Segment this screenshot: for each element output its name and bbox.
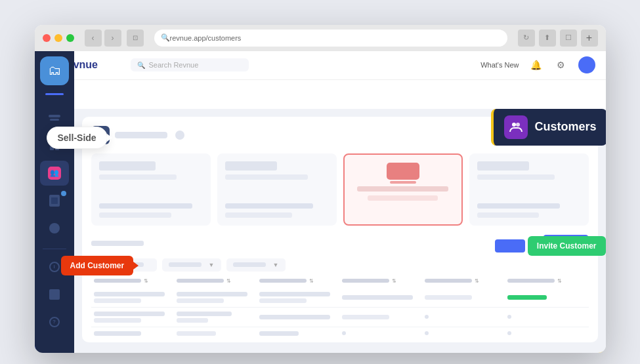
sidebar-item-help[interactable]: ? [40, 310, 69, 334]
add-customer-tooltip[interactable]: Add Customer [61, 256, 134, 275]
customers-tooltip: Customers [491, 109, 605, 146]
sidebar-item-reports[interactable] [40, 216, 69, 241]
table-header: ⇅ ⇅ ⇅ [91, 278, 589, 284]
stat-card-1 [91, 153, 211, 226]
sidebar-item-files[interactable] [40, 188, 69, 213]
user-avatar[interactable] [578, 56, 595, 73]
th-name: ⇅ [94, 278, 173, 284]
notifications-button[interactable]: 🔔 [528, 57, 544, 73]
files-badge [61, 191, 66, 196]
whats-new-button[interactable]: What's New [480, 61, 519, 69]
app-logo: r revnue [74, 58, 124, 72]
sort-icon-1: ⇅ [144, 278, 148, 284]
page-title-placeholder [115, 132, 167, 138]
sort-icon-5: ⇅ [475, 278, 479, 284]
chevron-down-icon-2: ▼ [273, 262, 279, 268]
th-col4: ⇅ [342, 278, 421, 284]
reload-button[interactable]: ↻ [518, 30, 535, 47]
header-search[interactable]: 🔍 Search Revnue [131, 58, 249, 71]
stat-card-4 [469, 153, 589, 226]
search-placeholder: Search Revnue [149, 61, 199, 69]
app-header: r revnue 🔍 Search Revnue What's New 🔔 ⚙ [74, 51, 606, 80]
tab-view-button[interactable]: ⊡ [127, 30, 144, 47]
minimize-button[interactable] [54, 34, 62, 42]
back-button[interactable]: ‹ [85, 30, 102, 47]
browser-window: ‹ › ⊡ 🔍 revnue.app/customers ↻ ⬆ ☐ + 🗂 [35, 25, 606, 353]
content-card: 🔍 ▼ ▼ [82, 117, 598, 342]
table-row[interactable] [91, 327, 589, 340]
bookmark-button[interactable]: ☐ [560, 30, 577, 47]
sidebar-divider [43, 249, 66, 249]
sidebar: 🗂 [35, 51, 74, 353]
filter-dropdown-2[interactable]: ▼ [226, 258, 286, 272]
sort-icon-2: ⇅ [226, 278, 231, 284]
nav-buttons: ‹ › [85, 30, 121, 47]
browser-actions: ↻ ⬆ ☐ + [518, 30, 598, 47]
action-label-bar [91, 241, 144, 246]
th-col2: ⇅ [177, 278, 255, 284]
table-row[interactable] [91, 288, 589, 308]
address-text: revnue.app/customers [170, 34, 242, 42]
sort-icon-4: ⇅ [392, 278, 396, 284]
th-col6: ⇅ [507, 278, 586, 284]
search-icon: 🔍 [137, 62, 145, 69]
invite-customer-tooltip[interactable]: Invite Customer [528, 236, 606, 256]
browser-titlebar: ‹ › ⊡ 🔍 revnue.app/customers ↻ ⬆ ☐ + [35, 25, 606, 51]
stat-card-2 [217, 153, 337, 226]
filter-label-bar-2 [233, 262, 266, 267]
stat-card-highlighted [343, 153, 463, 226]
customers-label: Customers [534, 120, 596, 134]
user-indicator [45, 93, 64, 95]
svg-point-2 [512, 123, 516, 127]
close-button[interactable] [43, 34, 51, 42]
header-right: What's New 🔔 ⚙ [480, 56, 595, 73]
customers-tooltip-icon [504, 115, 528, 139]
svg-point-3 [516, 123, 520, 127]
new-tab-button[interactable]: + [581, 30, 598, 47]
sidebar-item-tasks[interactable] [40, 282, 69, 307]
th-col3: ⇅ [259, 278, 338, 284]
share-button[interactable]: ⬆ [539, 30, 556, 47]
sidebar-logo: 🗂 [40, 56, 69, 85]
maximize-button[interactable] [66, 34, 74, 42]
sort-icon-6: ⇅ [557, 278, 562, 284]
chevron-down-icon-1: ▼ [209, 262, 215, 268]
sidebar-item-customers[interactable]: 👥 [40, 161, 69, 186]
th-col5: ⇅ [425, 278, 503, 284]
stats-grid [91, 153, 589, 226]
filter-row: 🔍 ▼ ▼ [91, 258, 589, 272]
data-table: ⇅ ⇅ ⇅ [91, 278, 589, 340]
sell-side-tooltip: Sell-Side [47, 127, 108, 149]
address-bar[interactable]: 🔍 revnue.app/customers [154, 30, 507, 47]
settings-button[interactable]: ⚙ [553, 57, 569, 73]
logo-text: revnue [74, 59, 98, 71]
traffic-lights [43, 34, 74, 42]
filter-label-bar [169, 262, 202, 267]
table-row[interactable] [91, 308, 589, 327]
info-icon [175, 131, 184, 140]
filter-dropdown-1[interactable]: ▼ [162, 258, 221, 272]
sort-icon-3: ⇅ [309, 278, 314, 284]
forward-button[interactable]: › [104, 30, 121, 47]
